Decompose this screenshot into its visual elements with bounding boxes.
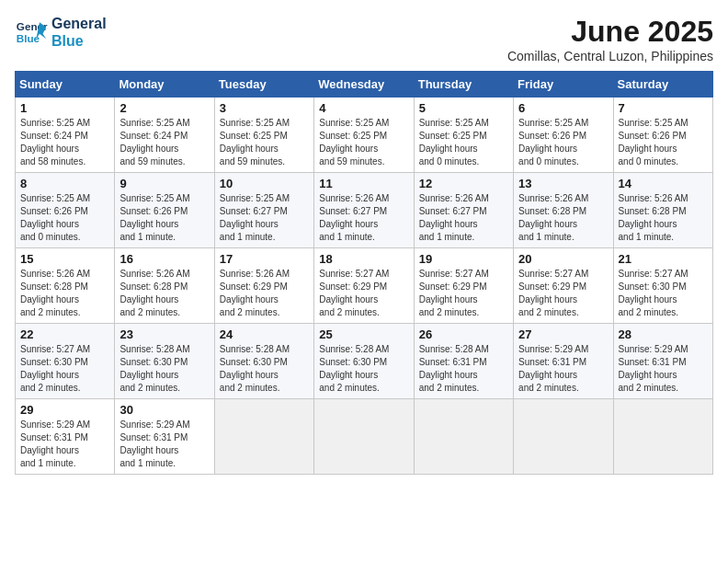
day-number: 23 xyxy=(119,327,209,341)
day-number: 24 xyxy=(220,327,309,341)
day-number: 14 xyxy=(619,177,708,190)
table-row: 11Sunrise: 5:26 AMSunset: 6:27 PMDayligh… xyxy=(314,173,414,248)
table-row: 8Sunrise: 5:25 AMSunset: 6:26 PMDaylight… xyxy=(16,173,115,248)
col-saturday: Saturday xyxy=(613,72,712,98)
table-row xyxy=(214,399,313,475)
day-number: 18 xyxy=(319,252,408,266)
table-row: 1Sunrise: 5:25 AMSunset: 6:24 PMDaylight… xyxy=(16,98,115,173)
day-number: 25 xyxy=(319,327,408,341)
day-info: Sunrise: 5:25 AMSunset: 6:26 PMDaylight … xyxy=(119,192,209,244)
day-number: 11 xyxy=(319,177,408,190)
day-number: 21 xyxy=(619,252,708,266)
day-info: Sunrise: 5:28 AMSunset: 6:30 PMDaylight … xyxy=(220,343,309,395)
day-info: Sunrise: 5:27 AMSunset: 6:29 PMDaylight … xyxy=(518,268,608,319)
table-row: 22Sunrise: 5:27 AMSunset: 6:30 PMDayligh… xyxy=(16,324,115,399)
table-row: 16Sunrise: 5:26 AMSunset: 6:28 PMDayligh… xyxy=(115,248,214,324)
logo-icon: General Blue xyxy=(15,16,48,49)
day-info: Sunrise: 5:29 AMSunset: 6:31 PMDaylight … xyxy=(20,419,109,470)
calendar-week-row: 1Sunrise: 5:25 AMSunset: 6:24 PMDaylight… xyxy=(16,98,713,173)
day-info: Sunrise: 5:25 AMSunset: 6:27 PMDaylight … xyxy=(220,192,309,244)
day-number: 2 xyxy=(119,101,209,115)
day-info: Sunrise: 5:26 AMSunset: 6:27 PMDaylight … xyxy=(419,192,508,244)
day-number: 19 xyxy=(419,252,508,266)
table-row xyxy=(314,399,414,475)
table-row xyxy=(414,399,513,475)
day-info: Sunrise: 5:27 AMSunset: 6:29 PMDaylight … xyxy=(419,268,508,319)
table-row xyxy=(514,399,613,475)
day-info: Sunrise: 5:29 AMSunset: 6:31 PMDaylight … xyxy=(619,343,708,395)
day-info: Sunrise: 5:26 AMSunset: 6:28 PMDaylight … xyxy=(518,192,608,244)
table-row: 18Sunrise: 5:27 AMSunset: 6:29 PMDayligh… xyxy=(314,248,414,324)
table-row: 24Sunrise: 5:28 AMSunset: 6:30 PMDayligh… xyxy=(214,324,313,399)
day-number: 3 xyxy=(220,101,309,115)
calendar-header-row: Sunday Monday Tuesday Wednesday Thursday… xyxy=(16,72,713,98)
table-row: 13Sunrise: 5:26 AMSunset: 6:28 PMDayligh… xyxy=(514,173,613,248)
table-row: 9Sunrise: 5:25 AMSunset: 6:26 PMDaylight… xyxy=(115,173,214,248)
col-sunday: Sunday xyxy=(16,72,115,98)
day-number: 12 xyxy=(419,177,508,190)
table-row: 26Sunrise: 5:28 AMSunset: 6:31 PMDayligh… xyxy=(414,324,513,399)
day-info: Sunrise: 5:28 AMSunset: 6:30 PMDaylight … xyxy=(319,343,408,395)
table-row: 20Sunrise: 5:27 AMSunset: 6:29 PMDayligh… xyxy=(514,248,613,324)
day-number: 1 xyxy=(20,101,109,115)
day-number: 30 xyxy=(119,403,209,417)
table-row: 15Sunrise: 5:26 AMSunset: 6:28 PMDayligh… xyxy=(16,248,115,324)
table-row: 4Sunrise: 5:25 AMSunset: 6:25 PMDaylight… xyxy=(314,98,414,173)
table-row: 21Sunrise: 5:27 AMSunset: 6:30 PMDayligh… xyxy=(613,248,712,324)
logo-line1: General xyxy=(51,15,107,32)
day-number: 7 xyxy=(619,101,708,115)
day-number: 16 xyxy=(119,252,209,266)
day-info: Sunrise: 5:25 AMSunset: 6:25 PMDaylight … xyxy=(419,117,508,168)
table-row: 23Sunrise: 5:28 AMSunset: 6:30 PMDayligh… xyxy=(115,324,214,399)
day-number: 13 xyxy=(518,177,608,190)
calendar-week-row: 15Sunrise: 5:26 AMSunset: 6:28 PMDayligh… xyxy=(16,248,713,324)
day-info: Sunrise: 5:27 AMSunset: 6:30 PMDaylight … xyxy=(619,268,708,319)
table-row: 6Sunrise: 5:25 AMSunset: 6:26 PMDaylight… xyxy=(514,98,613,173)
day-info: Sunrise: 5:25 AMSunset: 6:26 PMDaylight … xyxy=(619,117,708,168)
day-number: 26 xyxy=(419,327,508,341)
day-info: Sunrise: 5:28 AMSunset: 6:30 PMDaylight … xyxy=(119,343,209,395)
table-row: 28Sunrise: 5:29 AMSunset: 6:31 PMDayligh… xyxy=(613,324,712,399)
table-row: 25Sunrise: 5:28 AMSunset: 6:30 PMDayligh… xyxy=(314,324,414,399)
day-number: 6 xyxy=(518,101,608,115)
day-info: Sunrise: 5:27 AMSunset: 6:30 PMDaylight … xyxy=(20,343,109,395)
table-row: 14Sunrise: 5:26 AMSunset: 6:28 PMDayligh… xyxy=(613,173,712,248)
table-row: 5Sunrise: 5:25 AMSunset: 6:25 PMDaylight… xyxy=(414,98,513,173)
day-number: 15 xyxy=(20,252,109,266)
col-thursday: Thursday xyxy=(414,72,513,98)
day-info: Sunrise: 5:25 AMSunset: 6:25 PMDaylight … xyxy=(319,117,408,168)
logo: General Blue General Blue xyxy=(15,15,107,50)
logo-line2: Blue xyxy=(51,32,107,50)
day-info: Sunrise: 5:25 AMSunset: 6:26 PMDaylight … xyxy=(518,117,608,168)
day-number: 17 xyxy=(220,252,309,266)
table-row: 29Sunrise: 5:29 AMSunset: 6:31 PMDayligh… xyxy=(16,399,115,475)
col-wednesday: Wednesday xyxy=(314,72,414,98)
day-info: Sunrise: 5:25 AMSunset: 6:26 PMDaylight … xyxy=(20,192,109,244)
day-info: Sunrise: 5:28 AMSunset: 6:31 PMDaylight … xyxy=(419,343,508,395)
table-row: 27Sunrise: 5:29 AMSunset: 6:31 PMDayligh… xyxy=(514,324,613,399)
day-number: 27 xyxy=(518,327,608,341)
table-row: 12Sunrise: 5:26 AMSunset: 6:27 PMDayligh… xyxy=(414,173,513,248)
day-info: Sunrise: 5:26 AMSunset: 6:29 PMDaylight … xyxy=(220,268,309,319)
day-number: 9 xyxy=(119,177,209,190)
day-info: Sunrise: 5:27 AMSunset: 6:29 PMDaylight … xyxy=(319,268,408,319)
table-row: 30Sunrise: 5:29 AMSunset: 6:31 PMDayligh… xyxy=(115,399,214,475)
table-row: 19Sunrise: 5:27 AMSunset: 6:29 PMDayligh… xyxy=(414,248,513,324)
day-info: Sunrise: 5:25 AMSunset: 6:25 PMDaylight … xyxy=(220,117,309,168)
day-number: 10 xyxy=(220,177,309,190)
table-row: 7Sunrise: 5:25 AMSunset: 6:26 PMDaylight… xyxy=(613,98,712,173)
calendar-week-row: 22Sunrise: 5:27 AMSunset: 6:30 PMDayligh… xyxy=(16,324,713,399)
location-title: Comillas, Central Luzon, Philippines xyxy=(507,49,713,63)
day-info: Sunrise: 5:26 AMSunset: 6:28 PMDaylight … xyxy=(20,268,109,319)
table-row xyxy=(613,399,712,475)
day-number: 4 xyxy=(319,101,408,115)
page-header: General Blue General Blue June 2025 Comi… xyxy=(15,15,713,63)
table-row: 3Sunrise: 5:25 AMSunset: 6:25 PMDaylight… xyxy=(214,98,313,173)
col-friday: Friday xyxy=(514,72,613,98)
calendar-week-row: 29Sunrise: 5:29 AMSunset: 6:31 PMDayligh… xyxy=(16,399,713,475)
day-info: Sunrise: 5:25 AMSunset: 6:24 PMDaylight … xyxy=(20,117,109,168)
day-number: 20 xyxy=(518,252,608,266)
day-number: 22 xyxy=(20,327,109,341)
day-info: Sunrise: 5:25 AMSunset: 6:24 PMDaylight … xyxy=(119,117,209,168)
day-number: 5 xyxy=(419,101,508,115)
